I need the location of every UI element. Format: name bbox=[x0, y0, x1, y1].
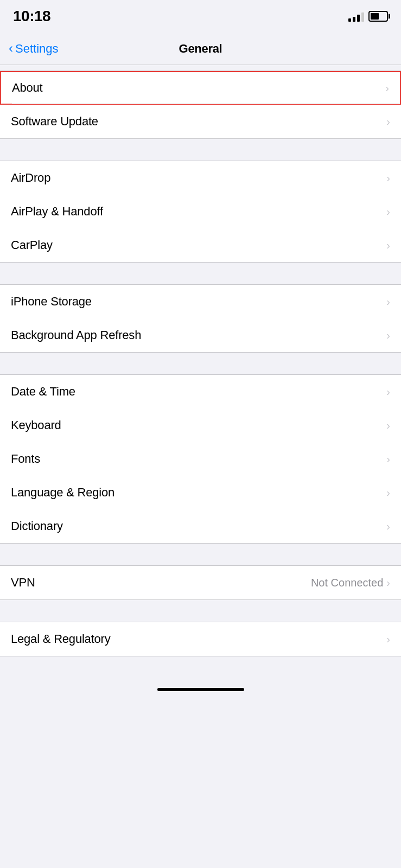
airplay-handoff-chevron-icon: › bbox=[386, 206, 390, 218]
fonts-label: Fonts bbox=[11, 452, 40, 466]
legal-regulatory-label: Legal & Regulatory bbox=[11, 632, 111, 646]
legal-regulatory-chevron-icon: › bbox=[386, 633, 390, 646]
dictionary-chevron-icon: › bbox=[386, 520, 390, 533]
airplay-handoff-label: AirPlay & Handoff bbox=[11, 205, 103, 219]
section-spacer-2 bbox=[0, 139, 401, 161]
about-item[interactable]: About › bbox=[0, 71, 401, 105]
airdrop-chevron-icon: › bbox=[386, 172, 390, 184]
fonts-item[interactable]: Fonts › bbox=[0, 442, 401, 476]
carplay-chevron-icon: › bbox=[386, 239, 390, 252]
legal-regulatory-item[interactable]: Legal & Regulatory › bbox=[0, 622, 401, 656]
vpn-value: Not Connected bbox=[311, 577, 383, 589]
section-spacer-5 bbox=[0, 544, 401, 565]
airplay-handoff-item[interactable]: AirPlay & Handoff › bbox=[0, 195, 401, 228]
keyboard-label: Keyboard bbox=[11, 418, 61, 432]
language-region-label: Language & Region bbox=[11, 486, 114, 500]
vpn-item[interactable]: VPN Not Connected › bbox=[0, 566, 401, 599]
background-app-refresh-item[interactable]: Background App Refresh › bbox=[0, 318, 401, 352]
airdrop-label: AirDrop bbox=[11, 171, 50, 185]
home-indicator-area bbox=[0, 656, 401, 700]
section-group-5: VPN Not Connected › bbox=[0, 565, 401, 600]
software-update-chevron-icon: › bbox=[386, 116, 390, 128]
status-icons bbox=[348, 11, 388, 22]
software-update-label: Software Update bbox=[11, 114, 98, 129]
carplay-item[interactable]: CarPlay › bbox=[0, 228, 401, 262]
language-region-chevron-icon: › bbox=[386, 487, 390, 499]
signal-icon bbox=[348, 11, 364, 22]
battery-icon bbox=[368, 11, 388, 22]
section-group-2: AirDrop › AirPlay & Handoff › CarPlay › bbox=[0, 161, 401, 263]
status-time: 10:18 bbox=[13, 8, 50, 25]
background-app-refresh-chevron-icon: › bbox=[386, 329, 390, 342]
vpn-chevron-icon: › bbox=[386, 577, 390, 589]
about-chevron-icon: › bbox=[385, 82, 389, 94]
background-app-refresh-label: Background App Refresh bbox=[11, 328, 141, 342]
dictionary-item[interactable]: Dictionary › bbox=[0, 509, 401, 543]
iphone-storage-item[interactable]: iPhone Storage › bbox=[0, 285, 401, 318]
page-title: General bbox=[179, 42, 222, 56]
date-time-label: Date & Time bbox=[11, 385, 75, 399]
section-spacer-1 bbox=[0, 65, 401, 71]
section-group-1: About › Software Update › bbox=[0, 71, 401, 139]
nav-bar: ‹ Settings General bbox=[0, 33, 401, 65]
section-spacer-4 bbox=[0, 353, 401, 374]
back-button[interactable]: ‹ Settings bbox=[9, 42, 59, 56]
back-label: Settings bbox=[15, 42, 59, 56]
dictionary-label: Dictionary bbox=[11, 519, 63, 533]
home-indicator bbox=[157, 688, 244, 691]
status-bar: 10:18 bbox=[0, 0, 401, 33]
section-spacer-3 bbox=[0, 263, 401, 284]
section-group-6: Legal & Regulatory › bbox=[0, 622, 401, 656]
section-group-4: Date & Time › Keyboard › Fonts › Languag… bbox=[0, 374, 401, 544]
carplay-label: CarPlay bbox=[11, 238, 53, 252]
fonts-chevron-icon: › bbox=[386, 453, 390, 465]
date-time-item[interactable]: Date & Time › bbox=[0, 375, 401, 409]
keyboard-item[interactable]: Keyboard › bbox=[0, 409, 401, 442]
section-group-3: iPhone Storage › Background App Refresh … bbox=[0, 284, 401, 353]
keyboard-chevron-icon: › bbox=[386, 419, 390, 432]
date-time-chevron-icon: › bbox=[386, 386, 390, 398]
vpn-label: VPN bbox=[11, 576, 35, 590]
airdrop-item[interactable]: AirDrop › bbox=[0, 161, 401, 195]
language-region-item[interactable]: Language & Region › bbox=[0, 476, 401, 509]
software-update-item[interactable]: Software Update › bbox=[0, 105, 401, 138]
about-label: About bbox=[12, 81, 43, 95]
iphone-storage-chevron-icon: › bbox=[386, 296, 390, 308]
iphone-storage-label: iPhone Storage bbox=[11, 295, 92, 309]
back-chevron-icon: ‹ bbox=[9, 42, 13, 55]
section-spacer-6 bbox=[0, 600, 401, 622]
